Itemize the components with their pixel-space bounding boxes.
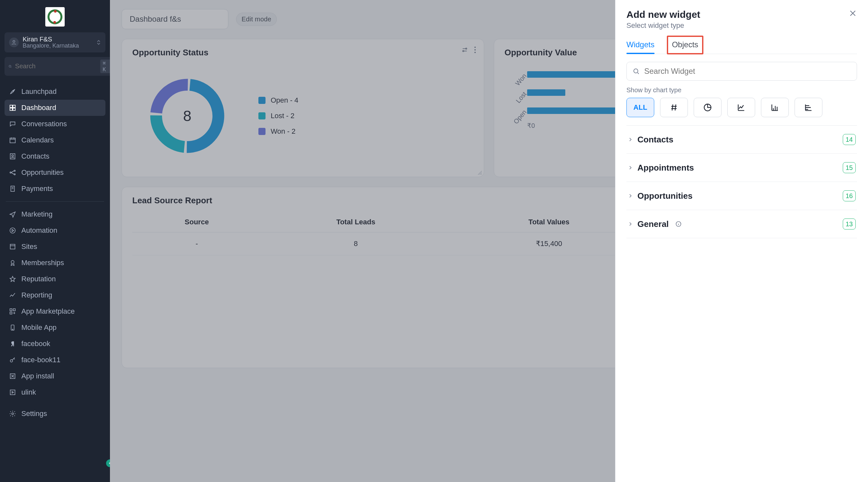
gear-icon (8, 409, 17, 418)
tab-widgets[interactable]: Widgets (626, 36, 655, 54)
yandex-icon (8, 340, 17, 348)
nav-primary: Launchpad Dashboard Conversations Calend… (4, 84, 105, 422)
drawer-tabs: Widgets Objects (626, 36, 857, 54)
nav-label: Reputation (21, 275, 56, 283)
trend-icon (8, 291, 17, 300)
nav-conversations[interactable]: Conversations (4, 116, 105, 132)
nav-label: face-book11 (21, 356, 60, 364)
calendar-icon (8, 136, 17, 144)
dashboard-icon (8, 104, 17, 112)
nav-memberships[interactable]: Memberships (4, 255, 105, 271)
drawer-title: Add new widget (626, 9, 700, 20)
nav-label: Settings (21, 409, 47, 418)
nav-mobile-app[interactable]: Mobile App (4, 319, 105, 336)
play-square-icon (8, 388, 17, 397)
category-appointments[interactable]: Appointments 15 (626, 154, 857, 182)
svg-rect-17 (10, 309, 12, 311)
hash-icon (670, 103, 679, 112)
rocket-icon (8, 87, 17, 96)
filter-all[interactable]: ALL (626, 98, 654, 117)
svg-point-11 (14, 170, 16, 171)
badge-icon (8, 259, 17, 267)
nav-divider (6, 201, 104, 202)
svg-rect-3 (10, 105, 12, 108)
svg-point-10 (10, 172, 11, 173)
chart-type-filters: ALL (626, 98, 857, 117)
svg-rect-24 (10, 390, 15, 395)
nav-label: Contacts (21, 152, 50, 161)
nav-dashboard[interactable]: Dashboard (4, 100, 105, 116)
search-shortcut: ⌘ K (100, 60, 111, 73)
nav-label: Dashboard (21, 104, 56, 112)
nav-label: Marketing (21, 210, 53, 219)
count-badge: 16 (843, 190, 856, 201)
filter-pie[interactable] (694, 98, 721, 117)
filter-bar[interactable] (795, 98, 823, 117)
category-opportunities[interactable]: Opportunities 16 (626, 182, 857, 210)
close-button[interactable] (848, 9, 857, 18)
nav-reputation[interactable]: Reputation (4, 271, 105, 287)
chat-icon (8, 120, 17, 128)
svg-point-2 (12, 91, 13, 92)
nav-label: Memberships (21, 259, 64, 267)
nav-label: Conversations (21, 120, 67, 128)
svg-rect-4 (13, 105, 15, 108)
nav-contacts[interactable]: Contacts (4, 148, 105, 165)
svg-rect-6 (13, 108, 15, 110)
nav-marketing[interactable]: Marketing (4, 206, 105, 222)
tab-objects[interactable]: Objects (667, 36, 703, 54)
category-contacts[interactable]: Contacts 14 (626, 125, 857, 154)
nav-label: App Marketplace (21, 307, 75, 316)
nav-automation[interactable]: Automation (4, 222, 105, 238)
nav-facebook[interactable]: facebook (4, 336, 105, 352)
x-square-icon (8, 372, 17, 380)
nav-label: Payments (21, 185, 53, 193)
filter-column[interactable] (761, 98, 789, 117)
star-icon (8, 275, 17, 283)
org-name: Kiran F&S (23, 36, 92, 43)
category-general[interactable]: General 13 (626, 210, 857, 238)
info-icon (675, 221, 682, 227)
search-icon (632, 68, 640, 75)
nav-opportunities[interactable]: Opportunities (4, 165, 105, 181)
nav-label: Mobile App (21, 323, 57, 332)
global-search-input[interactable] (15, 62, 97, 70)
widget-search[interactable] (626, 62, 857, 81)
widget-search-input[interactable] (644, 67, 851, 76)
nav-sites[interactable]: Sites (4, 238, 105, 255)
search-icon (8, 63, 12, 69)
main-content: Dashboard f&s Edit mode 2023-11-28 → 202… (110, 0, 868, 482)
svg-point-12 (14, 173, 16, 175)
nav-label: ulink (21, 388, 36, 397)
line-chart-icon (737, 103, 746, 112)
org-switcher[interactable]: Kiran F&S Bangalore, Karnataka (4, 32, 105, 52)
user-icon (9, 37, 19, 47)
receipt-icon (8, 185, 17, 193)
global-search[interactable]: ⌘ K (4, 57, 115, 76)
nav-app-install[interactable]: App install (4, 368, 105, 384)
nav-ulink[interactable]: ulink (4, 384, 105, 400)
svg-rect-5 (10, 108, 12, 110)
nav-label: Opportunities (21, 168, 64, 177)
nav-label: Automation (21, 226, 57, 235)
svg-rect-8 (10, 154, 15, 159)
nav-calendars[interactable]: Calendars (4, 132, 105, 148)
nav-launchpad[interactable]: Launchpad (4, 84, 105, 100)
chevron-right-icon (628, 221, 633, 227)
key-icon (8, 356, 17, 364)
svg-rect-18 (13, 309, 15, 311)
nav-payments[interactable]: Payments (4, 181, 105, 197)
close-icon (848, 9, 857, 18)
nav-reporting[interactable]: Reporting (4, 287, 105, 303)
chevron-right-icon (628, 165, 633, 170)
filter-line[interactable] (727, 98, 755, 117)
svg-rect-7 (10, 138, 16, 143)
bar-chart-icon (804, 103, 813, 112)
filter-number[interactable] (660, 98, 688, 117)
count-badge: 15 (843, 162, 856, 173)
svg-point-9 (12, 155, 13, 157)
nav-settings[interactable]: Settings (4, 406, 105, 422)
nav-app-marketplace[interactable]: App Marketplace (4, 303, 105, 319)
svg-point-34 (634, 69, 638, 73)
nav-face-book11[interactable]: face-book11 (4, 352, 105, 368)
